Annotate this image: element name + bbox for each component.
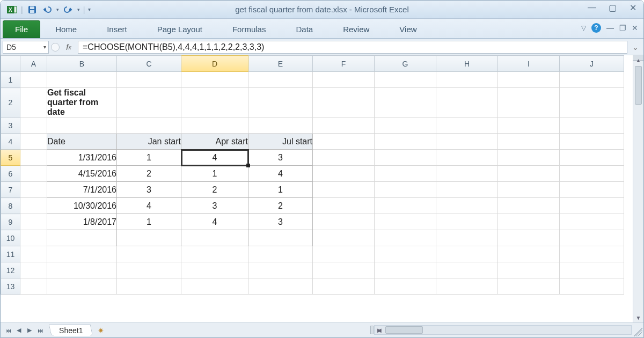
- cell-D2[interactable]: [181, 88, 248, 117]
- split-handle-horizontal[interactable]: [370, 326, 374, 334]
- cell-D5[interactable]: 4: [181, 150, 248, 166]
- save-icon[interactable]: [26, 4, 38, 16]
- cell-G5[interactable]: [375, 150, 436, 166]
- cell-E8[interactable]: 2: [248, 198, 313, 214]
- cell-A12[interactable]: [20, 262, 47, 278]
- cell-F10[interactable]: [313, 230, 375, 246]
- col-header-I[interactable]: I: [498, 56, 560, 72]
- scroll-right-icon[interactable]: ▶: [375, 326, 384, 334]
- cell-B2[interactable]: Get fiscal quarter from date: [47, 88, 117, 117]
- cell-H12[interactable]: [436, 262, 498, 278]
- cell-F13[interactable]: [313, 278, 375, 295]
- cell-A11[interactable]: [20, 246, 47, 262]
- redo-icon[interactable]: [62, 4, 74, 16]
- cell-I7[interactable]: [498, 182, 560, 198]
- maximize-icon[interactable]: ▢: [607, 3, 618, 13]
- cell-A10[interactable]: [20, 230, 47, 246]
- cell-E9[interactable]: 3: [248, 214, 313, 230]
- cell-G3[interactable]: [375, 117, 436, 134]
- hscroll-thumb[interactable]: [385, 326, 423, 334]
- cell-F2[interactable]: [313, 88, 375, 117]
- cell-B4[interactable]: Date: [47, 134, 117, 150]
- cell-I5[interactable]: [498, 150, 560, 166]
- row-header-11[interactable]: 11: [1, 246, 20, 262]
- cell-A1[interactable]: [20, 72, 47, 88]
- cell-D10[interactable]: [181, 230, 248, 246]
- cell-H7[interactable]: [436, 182, 498, 198]
- cell-C10[interactable]: [117, 230, 181, 246]
- cell-B10[interactable]: [47, 230, 117, 246]
- col-header-A[interactable]: A: [20, 56, 47, 72]
- cell-J3[interactable]: [560, 117, 624, 134]
- cell-F7[interactable]: [313, 182, 375, 198]
- cell-J6[interactable]: [560, 166, 624, 182]
- cell-I12[interactable]: [498, 262, 560, 278]
- row-header-8[interactable]: 8: [1, 198, 20, 214]
- cell-C1[interactable]: [117, 72, 181, 88]
- resize-grip-icon[interactable]: [634, 328, 642, 336]
- col-header-F[interactable]: F: [313, 56, 375, 72]
- cell-F6[interactable]: [313, 166, 375, 182]
- cell-B7[interactable]: 7/1/2016: [47, 182, 117, 198]
- undo-more-icon[interactable]: ▾: [56, 7, 59, 12]
- cell-E4[interactable]: Jul start: [248, 134, 313, 150]
- col-header-C[interactable]: C: [117, 56, 181, 72]
- row-header-9[interactable]: 9: [1, 214, 20, 230]
- cell-F9[interactable]: [313, 214, 375, 230]
- row-header-12[interactable]: 12: [1, 262, 20, 278]
- cancel-entry-icon[interactable]: [51, 43, 60, 52]
- tab-insert[interactable]: Insert: [92, 20, 142, 38]
- cell-A9[interactable]: [20, 214, 47, 230]
- insert-function-icon[interactable]: fx: [62, 41, 76, 54]
- col-header-J[interactable]: J: [560, 56, 624, 72]
- cell-A5[interactable]: [20, 150, 47, 166]
- row-header-4[interactable]: 4: [1, 134, 20, 150]
- cell-C8[interactable]: 4: [117, 198, 181, 214]
- row-header-13[interactable]: 13: [1, 278, 20, 295]
- doc-restore-icon[interactable]: ❐: [619, 24, 626, 32]
- cell-B9[interactable]: 1/8/2017: [47, 214, 117, 230]
- cell-B13[interactable]: [47, 278, 117, 295]
- cell-A4[interactable]: [20, 134, 47, 150]
- horizontal-scrollbar[interactable]: ◀ ▶: [374, 325, 632, 335]
- cell-H8[interactable]: [436, 198, 498, 214]
- tab-view[interactable]: View: [384, 20, 431, 38]
- col-header-E[interactable]: E: [248, 56, 313, 72]
- cell-C3[interactable]: [117, 117, 181, 134]
- vertical-scrollbar[interactable]: ▲ ▼: [633, 55, 643, 322]
- help-icon[interactable]: ?: [591, 23, 601, 33]
- cell-H9[interactable]: [436, 214, 498, 230]
- formula-expand-icon[interactable]: ⌄: [630, 43, 641, 52]
- col-header-G[interactable]: G: [375, 56, 436, 72]
- cell-C4[interactable]: Jan start: [117, 134, 181, 150]
- close-icon[interactable]: ✕: [627, 3, 638, 13]
- tab-review[interactable]: Review: [328, 20, 384, 38]
- cell-H10[interactable]: [436, 230, 498, 246]
- row-header-2[interactable]: 2: [1, 88, 20, 117]
- cell-F1[interactable]: [313, 72, 375, 88]
- select-all-corner[interactable]: [1, 56, 20, 72]
- row-header-10[interactable]: 10: [1, 230, 20, 246]
- cell-E5[interactable]: 3: [248, 150, 313, 166]
- cell-D3[interactable]: [181, 117, 248, 134]
- cell-J7[interactable]: [560, 182, 624, 198]
- cell-B8[interactable]: 10/30/2016: [47, 198, 117, 214]
- cell-E2[interactable]: [248, 88, 313, 117]
- cell-H1[interactable]: [436, 72, 498, 88]
- cell-A2[interactable]: [20, 88, 47, 117]
- formula-input[interactable]: =CHOOSE(MONTH(B5),4,4,4,1,1,1,2,2,2,3,3,…: [78, 41, 627, 54]
- scroll-up-icon[interactable]: ▲: [633, 55, 643, 65]
- row-header-6[interactable]: 6: [1, 166, 20, 182]
- cell-G2[interactable]: [375, 88, 436, 117]
- cell-B11[interactable]: [47, 246, 117, 262]
- cell-E12[interactable]: [248, 262, 313, 278]
- cell-F3[interactable]: [313, 117, 375, 134]
- cell-C11[interactable]: [117, 246, 181, 262]
- redo-more-icon[interactable]: ▾: [77, 7, 80, 12]
- cell-A13[interactable]: [20, 278, 47, 295]
- cell-C9[interactable]: 1: [117, 214, 181, 230]
- cell-E3[interactable]: [248, 117, 313, 134]
- row-header-5[interactable]: 5: [1, 150, 20, 166]
- cell-A3[interactable]: [20, 117, 47, 134]
- doc-minimize-icon[interactable]: ―: [606, 24, 614, 32]
